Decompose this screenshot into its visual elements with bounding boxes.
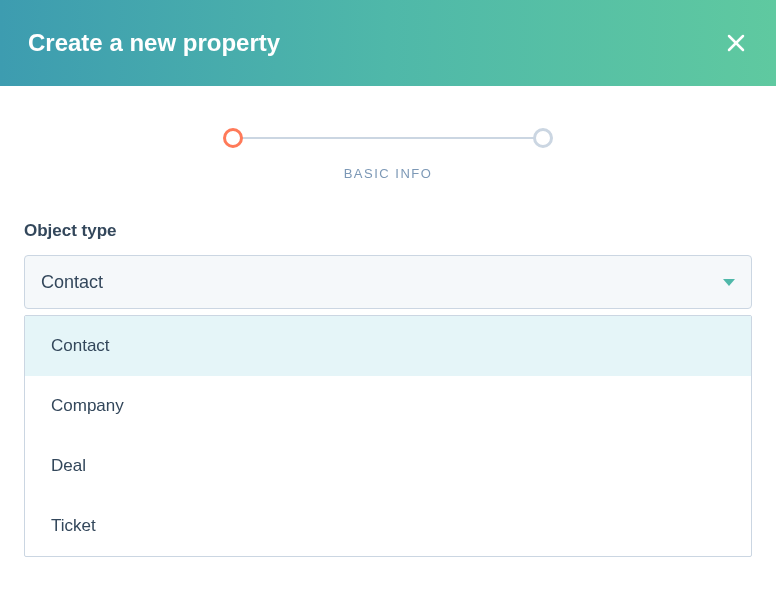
form-section: Object type Contact Contact Company Deal… bbox=[0, 193, 776, 557]
modal-header: Create a new property bbox=[0, 0, 776, 86]
dropdown-option-ticket[interactable]: Ticket bbox=[25, 496, 751, 556]
object-type-dropdown: Contact Company Deal Ticket bbox=[24, 315, 752, 557]
stepper-dot-inactive bbox=[533, 128, 553, 148]
dropdown-option-company[interactable]: Company bbox=[25, 376, 751, 436]
stepper-track bbox=[223, 128, 553, 148]
dropdown-option-deal[interactable]: Deal bbox=[25, 436, 751, 496]
stepper-line bbox=[233, 137, 543, 139]
stepper: BASIC INFO bbox=[0, 86, 776, 193]
close-icon[interactable] bbox=[724, 31, 748, 55]
object-type-select[interactable]: Contact bbox=[24, 255, 752, 309]
object-type-label: Object type bbox=[24, 221, 752, 241]
dropdown-option-contact[interactable]: Contact bbox=[25, 316, 751, 376]
object-type-value: Contact bbox=[41, 272, 103, 293]
chevron-down-icon bbox=[723, 279, 735, 286]
stepper-label: BASIC INFO bbox=[344, 166, 433, 181]
stepper-dot-active bbox=[223, 128, 243, 148]
modal-title: Create a new property bbox=[28, 29, 280, 57]
